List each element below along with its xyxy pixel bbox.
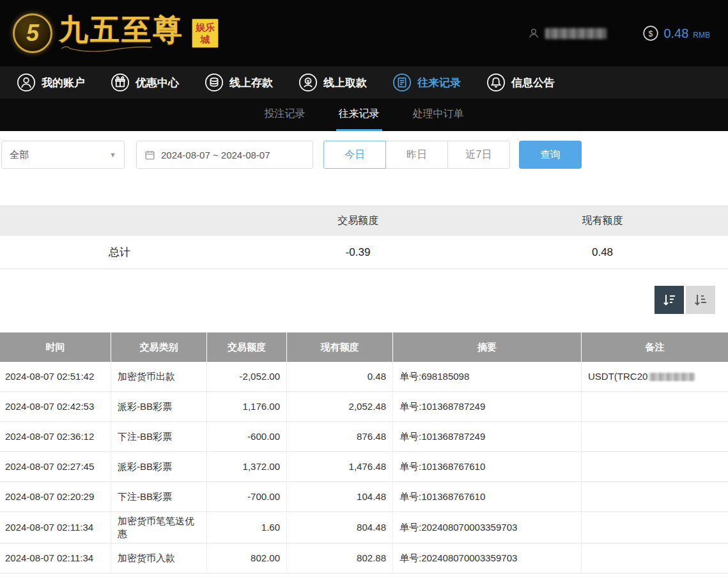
quick-last7days-button[interactable]: 近7日	[447, 141, 510, 169]
sort-controls	[0, 286, 728, 314]
nav-label: 我的账户	[42, 75, 85, 90]
nav-label: 线上取款	[323, 75, 367, 90]
nav-item-my-account[interactable]: 我的账户	[17, 73, 85, 92]
search-button[interactable]: 查询	[519, 141, 582, 169]
nav-label: 往来记录	[417, 75, 461, 90]
main-nav: 我的账户 优惠中心 线上存款 $ 线上取款 往来记录 信息公告	[0, 66, 728, 98]
nav-item-transaction-records[interactable]: 往来记录	[392, 73, 461, 92]
cell-summary: 单号:202408070003359703	[393, 543, 582, 573]
calendar-icon	[144, 150, 155, 160]
summary-total-label: 总计	[0, 245, 239, 260]
table-row: 2024-08-07 02:42:53 派彩-BB彩票 1,176.00 2,0…	[0, 392, 728, 422]
cell-summary: 单号:202408070003359703	[393, 512, 582, 543]
summary-total-balance: 0.48	[477, 246, 728, 259]
summary-header-balance: 现有额度	[477, 214, 728, 228]
cell-note	[582, 543, 728, 573]
brand-subtitle: 娱乐城	[192, 19, 219, 48]
cell-note	[582, 452, 728, 481]
tab-transaction-records[interactable]: 往来记录	[336, 98, 382, 131]
cell-balance: 1,476.48	[287, 452, 393, 481]
nav-item-withdraw[interactable]: $ 线上取款	[298, 73, 367, 92]
chevron-down-icon: ▼	[109, 151, 116, 159]
tab-betting-records[interactable]: 投注记录	[262, 98, 308, 131]
cell-balance: 876.48	[287, 422, 393, 451]
records-icon	[392, 73, 412, 92]
cell-summary: 单号:101368787249	[393, 422, 582, 451]
summary-total-row: 总计 -0.39 0.48	[0, 236, 728, 269]
col-header-note: 备注	[582, 332, 728, 362]
cell-amount: -2,052.00	[207, 362, 287, 391]
bell-icon	[486, 73, 506, 92]
cell-type: 下注-BB彩票	[111, 482, 207, 512]
cell-summary: 单号:101368767610	[393, 452, 582, 481]
cell-type: 派彩-BB彩票	[111, 392, 207, 421]
note-text: USDT(TRC20	[588, 370, 647, 383]
nav-item-deposit[interactable]: 线上存款	[205, 73, 273, 92]
currency-dollar-icon: $	[642, 25, 659, 42]
cell-note: USDT(TRC20	[582, 362, 728, 391]
svg-text:$: $	[649, 29, 653, 38]
cell-amount: 1,176.00	[207, 392, 287, 421]
nav-label: 优惠中心	[136, 75, 179, 90]
cell-type: 加密货币入款	[111, 543, 207, 573]
cell-type: 下注-BB彩票	[111, 422, 207, 451]
cell-time: 2024-08-07 02:42:53	[0, 392, 111, 421]
nav-label: 线上存款	[229, 75, 273, 90]
balance-amount: 0.48	[663, 26, 688, 41]
nav-item-announcements[interactable]: 信息公告	[486, 73, 555, 92]
summary-header-row: 交易额度 现有额度	[0, 205, 728, 236]
cell-time: 2024-08-07 02:11:34	[0, 512, 111, 543]
col-header-amount: 交易额度	[207, 332, 287, 362]
sort-ascending-button[interactable]	[686, 286, 715, 314]
sort-descending-button[interactable]	[654, 286, 684, 314]
cell-amount: 1,372.00	[207, 452, 287, 481]
user-account[interactable]	[527, 27, 607, 40]
cell-balance: 2,052.48	[287, 392, 393, 421]
summary-total-transaction: -0.39	[239, 246, 477, 259]
cell-type: 加密货币笔笔送优惠	[111, 512, 207, 543]
balance[interactable]: $ 0.48 RMB	[642, 25, 710, 42]
cell-note	[582, 512, 728, 543]
brand-logo[interactable]: 5 九五至尊 娱乐城	[13, 13, 219, 53]
cell-time: 2024-08-07 02:27:45	[0, 452, 111, 481]
table-row: 2024-08-07 02:27:45 派彩-BB彩票 1,372.00 1,4…	[0, 452, 728, 482]
date-range-input[interactable]: 2024-08-07 ~ 2024-08-07	[136, 141, 313, 169]
cell-time: 2024-08-07 02:36:12	[0, 422, 111, 451]
nav-label: 信息公告	[511, 75, 555, 90]
sort-ascending-icon	[693, 292, 708, 308]
masked-note	[649, 373, 695, 381]
cell-balance: 804.48	[287, 512, 393, 543]
filter-bar: 全部 ▼ 2024-08-07 ~ 2024-08-07 今日 昨日 近7日 查…	[0, 131, 728, 179]
brand-flourish-icon	[59, 45, 155, 52]
cell-amount: -600.00	[207, 422, 287, 451]
type-select[interactable]: 全部 ▼	[1, 141, 125, 169]
transactions-table: 时间 交易类别 交易额度 现有额度 摘要 备注 2024-08-07 02:51…	[0, 332, 728, 574]
cell-note	[582, 392, 728, 421]
table-row: 2024-08-07 02:11:34 加密货币入款 802.00 802.88…	[0, 543, 728, 574]
cell-summary: 单号:101368767610	[393, 482, 582, 512]
brand-emblem-icon: 5	[13, 13, 52, 53]
cell-amount: -700.00	[207, 482, 287, 512]
type-select-value: 全部	[10, 149, 29, 161]
cell-balance: 104.48	[287, 482, 393, 512]
withdraw-coin-icon: $	[298, 73, 318, 92]
tab-processing-orders[interactable]: 处理中订单	[410, 98, 467, 131]
sort-descending-icon	[662, 292, 677, 308]
cell-amount: 802.00	[207, 543, 287, 573]
deposit-coin-icon	[205, 73, 224, 92]
summary-header-transaction: 交易额度	[239, 214, 477, 228]
quick-today-button[interactable]: 今日	[323, 141, 386, 169]
table-row: 2024-08-07 02:51:42 加密货币出款 -2,052.00 0.4…	[0, 362, 728, 392]
cell-balance: 802.88	[287, 543, 393, 573]
col-header-balance: 现有额度	[287, 332, 393, 362]
cell-balance: 0.48	[287, 362, 393, 391]
cell-note	[582, 482, 728, 512]
cell-time: 2024-08-07 02:11:34	[0, 543, 111, 573]
cell-time: 2024-08-07 02:51:42	[0, 362, 111, 391]
date-range-value: 2024-08-07 ~ 2024-08-07	[161, 150, 270, 160]
cell-note	[582, 422, 728, 451]
quick-yesterday-button[interactable]: 昨日	[385, 141, 448, 169]
quick-date-group: 今日 昨日 近7日	[323, 141, 510, 169]
nav-item-promotions[interactable]: 优惠中心	[111, 73, 179, 92]
svg-text:$: $	[307, 79, 310, 84]
